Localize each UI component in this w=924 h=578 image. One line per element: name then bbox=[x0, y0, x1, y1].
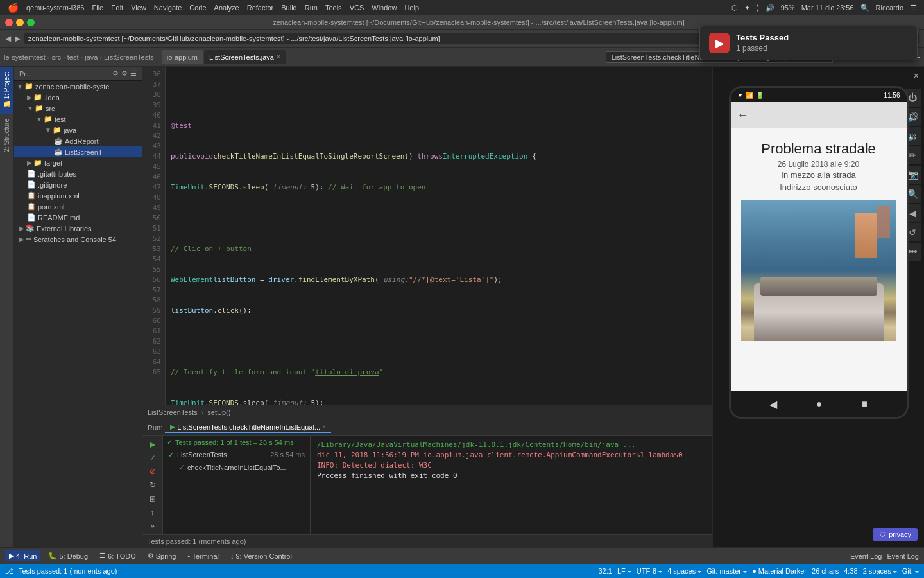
todo-panel-button[interactable]: ☰ 6: TODO bbox=[96, 550, 140, 561]
tab-io-appium-label: io-appium bbox=[167, 53, 198, 61]
nav-forward-icon[interactable]: ▶ bbox=[15, 34, 21, 43]
privacy-button[interactable]: 🛡 privacy bbox=[873, 528, 918, 541]
vcs-panel-label: 9: Version Control bbox=[235, 552, 291, 560]
tree-item-idea[interactable]: ▶ 📁 .idea bbox=[14, 92, 142, 103]
apple-menu-icon[interactable]: 🍎 bbox=[8, 3, 19, 13]
tree-item-external-libs[interactable]: ▶ 📚 External Libraries bbox=[14, 223, 142, 234]
tree-item-gitignore[interactable]: 📄 .gitignore bbox=[14, 179, 142, 190]
tree-item-root[interactable]: ▼ 📁 zenaclean-mobile-syste bbox=[14, 81, 142, 92]
tree-item-listscreen[interactable]: ☕ ListScreenT bbox=[14, 146, 142, 157]
run-content: ▶ ✓ ⊘ ↻ ⊞ ↕ » ✓ Tests passed: 1 of 1 tes… bbox=[142, 436, 712, 534]
breadcrumb-listscreen[interactable]: ListScreenTests bbox=[104, 53, 154, 61]
breadcrumb-class[interactable]: ListScreenTests bbox=[148, 408, 198, 416]
traffic-lights[interactable] bbox=[5, 19, 35, 26]
run-stop-button[interactable]: ⊘ bbox=[146, 466, 160, 477]
tree-item-pomxml[interactable]: 📋 pom.xml bbox=[14, 201, 142, 212]
tree-item-addreport[interactable]: ☕ AddReport bbox=[14, 136, 142, 146]
structure-tab[interactable]: 2: Structure bbox=[0, 114, 13, 157]
debug-panel-button[interactable]: 🐛 5: Debug bbox=[44, 550, 92, 561]
menu-analyze[interactable]: Analyze bbox=[214, 4, 239, 12]
tree-label-root: zenaclean-mobile-syste bbox=[35, 83, 110, 91]
search-icon[interactable]: 🔍 bbox=[860, 4, 869, 12]
menu-tools[interactable]: Tools bbox=[325, 4, 342, 12]
run-play-button[interactable]: ▶ bbox=[146, 439, 160, 450]
sofa-cushion bbox=[760, 277, 877, 296]
breadcrumb-test[interactable]: test bbox=[67, 53, 79, 61]
maximize-button[interactable] bbox=[27, 19, 35, 26]
project-tab[interactable]: 📁 1: Project bbox=[0, 67, 13, 114]
menu-navigate[interactable]: Navigate bbox=[154, 4, 182, 12]
menu-help[interactable]: Help bbox=[404, 4, 419, 12]
phone-back-nav[interactable]: ◀ bbox=[769, 398, 777, 410]
breadcrumb-method[interactable]: setUp() bbox=[207, 408, 230, 416]
run-rerun-button[interactable]: ↻ bbox=[146, 479, 160, 491]
spring-panel-button[interactable]: ⚙ Spring bbox=[144, 550, 180, 561]
todo-panel-label: 6: TODO bbox=[108, 552, 136, 560]
menu-code[interactable]: Code bbox=[189, 4, 206, 12]
phone-recent-nav[interactable]: ■ bbox=[861, 398, 868, 410]
sidebar-header: Pr... ⟳ ⚙ ☰ bbox=[14, 67, 142, 81]
vcs-panel-button[interactable]: ↕ 9: Version Control bbox=[227, 551, 296, 561]
run-filter-button[interactable]: ⊞ bbox=[146, 493, 160, 505]
run-tab-active[interactable]: ▶ ListScreenTests.checkTitleNameInListEq… bbox=[165, 422, 331, 434]
android-phone: ▼ 📶 🔋 11:56 ← Problema stradale 26 Lugli… bbox=[729, 86, 909, 419]
run-tab-icon: ▶ bbox=[170, 423, 175, 430]
test-item-method[interactable]: ✓ checkTitleNameInListEqualTo... bbox=[163, 461, 310, 474]
tree-item-readme[interactable]: 📄 README.md bbox=[14, 212, 142, 223]
close-button[interactable] bbox=[5, 19, 13, 26]
nav-back-icon[interactable]: ◀ bbox=[5, 34, 11, 43]
tree-item-test[interactable]: ▼ 📁 test bbox=[14, 114, 142, 125]
code-editor[interactable]: 36 37 38 39 40 41 42 43 44 45 46 47 48 4… bbox=[142, 67, 712, 405]
sidebar-gear-icon[interactable]: ⚙ bbox=[121, 69, 128, 78]
tree-arrow-target: ▶ bbox=[27, 159, 32, 166]
tree-label-ioappium: ioappium.xml bbox=[38, 192, 80, 200]
code-line-46: TimeUnit.SECONDS.sleep( timeout: 5); bbox=[171, 398, 707, 405]
status-tests-passed: Tests passed: 1 (moments ago) bbox=[19, 567, 117, 575]
app-name: qemu-system-i386 bbox=[26, 4, 84, 12]
menu-icon[interactable]: ☰ bbox=[910, 4, 916, 12]
sidebar-sync-icon[interactable]: ⟳ bbox=[113, 69, 119, 78]
run-more-button[interactable]: » bbox=[146, 520, 160, 532]
tree-item-scratches[interactable]: ▶ ✏ Scratches and Console 54 bbox=[14, 234, 142, 245]
tree-item-gitattributes[interactable]: 📄 .gitattributes bbox=[14, 168, 142, 179]
tests-passed-icon: ✓ bbox=[167, 438, 173, 446]
minimize-button[interactable] bbox=[16, 19, 24, 26]
menu-edit[interactable]: Edit bbox=[111, 4, 123, 12]
run-sort-button[interactable]: ↕ bbox=[146, 507, 160, 518]
run-check-button[interactable]: ✓ bbox=[146, 452, 160, 464]
tree-label-addreport: AddReport bbox=[65, 137, 99, 145]
tab-listscreentests[interactable]: ListScreenTests.java × bbox=[204, 50, 286, 64]
test-item-listscreentests[interactable]: ✓ ListScreenTests 28 s 54 ms bbox=[163, 448, 310, 461]
log-line-3: INFO: Detected dialect: W3C bbox=[317, 460, 706, 471]
run-tab-close[interactable]: × bbox=[322, 423, 326, 430]
sidebar-settings-icon[interactable]: ☰ bbox=[130, 69, 137, 78]
run-panel-button[interactable]: ▶ 4: Run bbox=[5, 550, 40, 561]
breadcrumb-java[interactable]: java bbox=[85, 53, 98, 61]
event-log-button[interactable]: Event Log bbox=[850, 552, 882, 560]
code-content[interactable]: @test public void checkTitleNameInListEq… bbox=[166, 67, 712, 405]
file-icon-gitignore: 📄 bbox=[27, 180, 36, 189]
tree-arrow-external: ▶ bbox=[19, 225, 24, 232]
event-log-right[interactable]: Event Log bbox=[887, 552, 919, 560]
git-status-right: Git: ÷ bbox=[902, 567, 919, 575]
tree-item-ioappium[interactable]: 📋 ioappium.xml bbox=[14, 190, 142, 201]
menu-run[interactable]: Run bbox=[305, 4, 318, 12]
tree-item-src[interactable]: ▼ 📁 src bbox=[14, 103, 142, 114]
menu-view[interactable]: View bbox=[131, 4, 146, 12]
status-left: ⎇ Tests passed: 1 (moments ago) bbox=[5, 567, 117, 575]
tab-io-appium[interactable]: io-appium bbox=[162, 50, 203, 64]
tree-item-target[interactable]: ▶ 📁 target bbox=[14, 157, 142, 168]
tree-item-java[interactable]: ▼ 📁 java bbox=[14, 125, 142, 136]
menu-build[interactable]: Build bbox=[281, 4, 296, 12]
menu-refactor[interactable]: Refactor bbox=[247, 4, 274, 12]
phone-home-nav[interactable]: ● bbox=[816, 398, 823, 410]
tab-close-icon[interactable]: × bbox=[277, 53, 280, 60]
menu-window[interactable]: Window bbox=[372, 4, 397, 12]
breadcrumb-systemtest[interactable]: le-systemtest bbox=[4, 53, 46, 61]
device-close-button[interactable]: × bbox=[914, 71, 919, 81]
menu-vcs[interactable]: VCS bbox=[350, 4, 364, 12]
phone-back-button[interactable]: ← bbox=[737, 109, 749, 122]
menu-file[interactable]: File bbox=[92, 4, 103, 12]
breadcrumb-src[interactable]: src bbox=[51, 53, 61, 61]
terminal-panel-button[interactable]: ▪ Terminal bbox=[184, 551, 222, 561]
